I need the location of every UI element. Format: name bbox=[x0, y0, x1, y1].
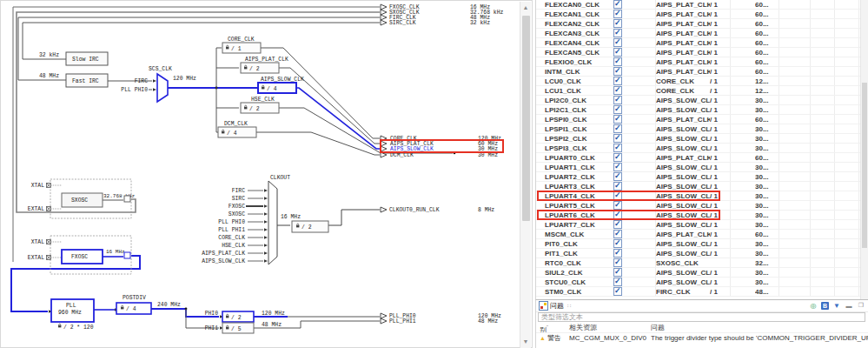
source-clock-cell[interactable]: CORE_CLK bbox=[656, 86, 710, 95]
table-row[interactable]: LPI2C1_CLK AIPS_SLOW_CLK / 1 30... bbox=[536, 105, 868, 115]
table-row[interactable]: LCU1_CLK CORE_CLK / 1 12... bbox=[536, 86, 868, 96]
source-clock-cell[interactable]: AIPS_SLOW_CLK bbox=[656, 239, 710, 248]
clock-enabled-checkbox[interactable] bbox=[609, 230, 626, 238]
divider-cell[interactable]: / 1 bbox=[710, 220, 731, 229]
divider-cell[interactable]: / 1 bbox=[710, 48, 731, 57]
divider-cell[interactable] bbox=[710, 258, 731, 267]
source-clock-cell[interactable]: AIPS_PLAT_CLK bbox=[656, 10, 710, 18]
link-with-editor-icon[interactable]: ◎ bbox=[809, 301, 818, 310]
divider-cell[interactable]: / 1 bbox=[710, 38, 731, 47]
source-clock-cell[interactable]: AIPS_PLAT_CLK bbox=[656, 29, 710, 37]
source-clock-cell[interactable]: AIPS_SLOW_CLK bbox=[656, 172, 710, 181]
table-row[interactable]: SIUL2_CLK AIPS_SLOW_CLK / 1 30... bbox=[536, 268, 868, 278]
table-row[interactable]: LPSPI0_CLK AIPS_PLAT_CLK / 1 60... bbox=[536, 115, 868, 124]
table-row[interactable]: FLEXCAN4_CLK AIPS_PLAT_CLK / 1 60... bbox=[536, 38, 868, 48]
clock-enabled-checkbox[interactable] bbox=[609, 239, 626, 248]
aips-plat-clk-divider[interactable]: AIPS_PLAT_CLK / 2 bbox=[241, 57, 288, 73]
source-clock-cell[interactable]: FIRC_CLK bbox=[656, 287, 710, 296]
divider-cell[interactable]: / 1 bbox=[710, 201, 731, 210]
table-row[interactable]: PIT1_CLK AIPS_SLOW_CLK / 1 30... bbox=[536, 249, 868, 258]
source-clock-cell[interactable]: AIPS_SLOW_CLK bbox=[656, 220, 710, 229]
table-row[interactable]: FLEXCAN1_CLK AIPS_PLAT_CLK / 1 60... bbox=[536, 10, 868, 19]
source-clock-cell[interactable]: AIPS_PLAT_CLK bbox=[656, 19, 710, 28]
clock-enabled-checkbox[interactable] bbox=[609, 144, 626, 152]
table-row[interactable]: FLEXIO0_CLK AIPS_PLAT_CLK / 1 60... bbox=[536, 57, 868, 67]
table-row[interactable]: LPSPI1_CLK AIPS_SLOW_CLK / 1 30... bbox=[536, 124, 868, 134]
source-clock-cell[interactable]: AIPS_SLOW_CLK bbox=[656, 134, 710, 143]
clock-enabled-checkbox[interactable] bbox=[609, 172, 626, 181]
dcm-clk-divider[interactable]: DCM_CLK / 4 bbox=[218, 121, 256, 137]
clock-enabled-checkbox[interactable] bbox=[609, 258, 626, 267]
table-row[interactable]: FLEXCAN0_CLK AIPS_PLAT_CLK / 1 60... bbox=[536, 0, 868, 10]
divider-cell[interactable]: / 1 bbox=[710, 57, 731, 66]
clock-enabled-checkbox[interactable] bbox=[609, 124, 626, 133]
divider-cell[interactable]: / 1 bbox=[710, 96, 731, 104]
source-clock-cell[interactable]: AIPS_SLOW_CLK bbox=[656, 144, 710, 152]
table-row[interactable]: MSCM_CLK AIPS_PLAT_CLK / 1 60... bbox=[536, 230, 868, 239]
clock-enabled-checkbox[interactable] bbox=[609, 115, 626, 124]
divider-cell[interactable]: / 1 bbox=[710, 77, 731, 85]
column-header-problem[interactable]: 问题 bbox=[651, 323, 868, 332]
column-header-resource[interactable]: 相关资源 bbox=[569, 323, 651, 332]
clkout-mux[interactable]: CLKOUT FIRC SIRC FXOSC SXOSC PLL PHI0 PL… bbox=[202, 175, 494, 264]
table-scrollbar-thumb[interactable] bbox=[862, 83, 867, 248]
table-row[interactable]: LPUART3_CLK AIPS_SLOW_CLK / 1 30... bbox=[536, 182, 868, 191]
divider-cell[interactable]: / 1 bbox=[710, 191, 731, 200]
divider-cell[interactable]: / 1 bbox=[710, 182, 731, 191]
clock-enabled-checkbox[interactable] bbox=[609, 0, 626, 9]
clock-enabled-checkbox[interactable] bbox=[609, 134, 626, 143]
table-row[interactable]: FLEXCAN2_CLK AIPS_PLAT_CLK / 1 60... bbox=[536, 19, 868, 29]
clock-enabled-checkbox[interactable] bbox=[609, 220, 626, 229]
core-clk-divider[interactable]: CORE_CLK / 1 bbox=[222, 37, 261, 53]
divider-cell[interactable]: / 1 bbox=[710, 144, 731, 152]
divider-cell[interactable]: / 1 bbox=[710, 29, 731, 37]
divider-cell[interactable]: / 1 bbox=[710, 10, 731, 18]
group-by-icon[interactable]: B bbox=[821, 302, 829, 310]
clock-enabled-checkbox[interactable] bbox=[609, 153, 626, 162]
table-row[interactable]: LPUART5_CLK AIPS_SLOW_CLK / 1 30... bbox=[536, 201, 868, 211]
source-clock-cell[interactable]: AIPS_PLAT_CLK bbox=[656, 57, 710, 66]
scroll-down-arrow-icon[interactable]: ▼ bbox=[520, 336, 531, 348]
source-clock-cell[interactable]: AIPS_SLOW_CLK bbox=[656, 191, 710, 200]
clock-enabled-checkbox[interactable] bbox=[609, 96, 626, 104]
diagram-vertical-scrollbar[interactable]: ▲ ▼ bbox=[520, 2, 531, 348]
clock-enabled-checkbox[interactable] bbox=[609, 201, 626, 210]
table-row[interactable]: LCU0_CLK CORE_CLK / 1 12... bbox=[536, 77, 868, 86]
source-clock-cell[interactable]: AIPS_SLOW_CLK bbox=[656, 124, 710, 133]
table-row[interactable]: LPUART0_CLK AIPS_PLAT_CLK / 1 60... bbox=[536, 153, 868, 163]
table-row[interactable]: LPI2C0_CLK AIPS_SLOW_CLK / 1 30... bbox=[536, 96, 868, 105]
table-row[interactable]: LPUART7_CLK AIPS_SLOW_CLK / 1 30... bbox=[536, 220, 868, 230]
table-row[interactable]: STCU0_CLK AIPS_SLOW_CLK / 1 30... bbox=[536, 278, 868, 287]
divider-cell[interactable]: / 1 bbox=[710, 230, 731, 238]
table-row[interactable]: LPSPI3_CLK AIPS_SLOW_CLK / 1 30... bbox=[536, 144, 868, 153]
table-row[interactable]: INTM_CLK AIPS_PLAT_CLK / 1 60... bbox=[536, 67, 868, 77]
divider-cell[interactable]: / 1 bbox=[710, 278, 731, 286]
clock-enabled-checkbox[interactable] bbox=[609, 57, 626, 66]
clock-enabled-checkbox[interactable] bbox=[609, 182, 626, 191]
source-clock-cell[interactable]: AIPS_PLAT_CLK bbox=[656, 0, 710, 9]
problems-filter-input[interactable] bbox=[538, 312, 865, 322]
source-clock-cell[interactable]: AIPS_SLOW_CLK bbox=[656, 268, 710, 277]
divider-cell[interactable]: / 1 bbox=[710, 172, 731, 181]
divider-cell[interactable]: / 1 bbox=[710, 19, 731, 28]
table-row[interactable]: FLEXCAN5_CLK AIPS_PLAT_CLK / 1 60... bbox=[536, 48, 868, 57]
clock-enabled-checkbox[interactable] bbox=[609, 105, 626, 114]
source-clock-cell[interactable]: AIPS_SLOW_CLK bbox=[656, 278, 710, 286]
divider-cell[interactable]: / 1 bbox=[710, 124, 731, 133]
source-clock-cell[interactable]: AIPS_SLOW_CLK bbox=[656, 211, 710, 219]
clock-enabled-checkbox[interactable] bbox=[609, 278, 626, 286]
clock-enabled-checkbox[interactable] bbox=[609, 191, 626, 200]
table-row[interactable]: LPUART1_CLK AIPS_SLOW_CLK / 1 30... bbox=[536, 163, 868, 172]
table-row[interactable]: LPSPI2_CLK AIPS_SLOW_CLK / 1 30... bbox=[536, 134, 868, 144]
clock-enabled-checkbox[interactable] bbox=[609, 86, 626, 95]
source-clock-cell[interactable]: AIPS_PLAT_CLK bbox=[656, 38, 710, 47]
clock-enabled-checkbox[interactable] bbox=[609, 249, 626, 258]
diagram-scrollbar-thumb[interactable] bbox=[522, 16, 530, 221]
divider-cell[interactable]: / 1 bbox=[710, 134, 731, 143]
filter-funnel-icon[interactable]: ▼ bbox=[832, 301, 841, 310]
column-header-level[interactable]: 别ˇ bbox=[536, 323, 569, 332]
pll-block[interactable]: PLL 960 MHz / 2 * 120 bbox=[51, 299, 94, 331]
table-row[interactable]: RTC0_CLK SXOSC_CLK 32... bbox=[536, 258, 868, 268]
clock-enabled-checkbox[interactable] bbox=[609, 67, 626, 76]
clock-enabled-checkbox[interactable] bbox=[609, 268, 626, 277]
